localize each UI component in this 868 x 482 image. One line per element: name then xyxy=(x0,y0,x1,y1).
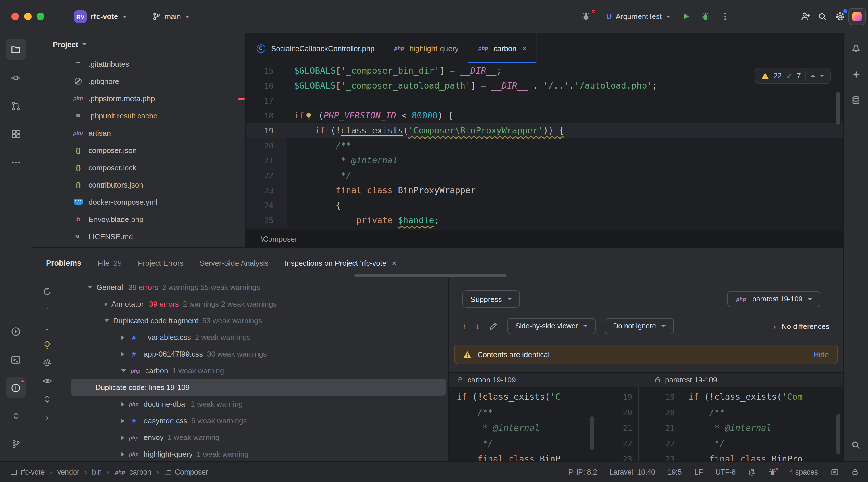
editor-tab[interactable]: phphighlight-query xyxy=(384,33,468,63)
ai-assistant-toolwindow-button[interactable] xyxy=(847,65,865,83)
file-encoding[interactable]: UTF-8 xyxy=(715,468,736,476)
problem-tree-row[interactable]: Duplicated code fragment53 weak warnings xyxy=(62,312,448,329)
line-number[interactable]: 16 xyxy=(246,78,287,93)
breadcrumb-item[interactable]: Composer xyxy=(164,468,208,476)
line-number[interactable]: 24 xyxy=(246,198,287,213)
preview-eye-icon[interactable] xyxy=(42,376,52,386)
diff-left-scrollbar[interactable] xyxy=(590,417,594,450)
find-toolwindow-button[interactable] xyxy=(847,436,865,454)
database-toolwindow-button[interactable] xyxy=(847,91,865,109)
tabs-scrollbar[interactable] xyxy=(354,274,507,277)
line-number[interactable]: 19 xyxy=(246,123,287,138)
project-file-row[interactable]: ≡.phpunit.result.cache xyxy=(32,107,245,124)
project-file-row[interactable]: {}composer.json xyxy=(32,141,245,159)
more-run-options-icon[interactable] xyxy=(716,8,734,25)
chevron-right-icon[interactable]: › xyxy=(46,413,49,422)
editor-scrollbar[interactable] xyxy=(836,92,840,124)
version-control-toolwindow-button[interactable] xyxy=(5,434,26,454)
terminal-toolwindow-button[interactable] xyxy=(5,349,26,370)
problem-tree-row[interactable]: Annotator39 errors2 warnings 2 weak warn… xyxy=(62,295,448,312)
search-everywhere-icon[interactable] xyxy=(814,8,831,25)
line-number[interactable]: 20 xyxy=(246,138,287,153)
pull-requests-toolwindow-button[interactable] xyxy=(5,95,26,116)
debug-restart-icon[interactable]: × xyxy=(578,8,595,25)
settings-gear-icon[interactable] xyxy=(831,8,848,25)
next-problem-icon[interactable] xyxy=(820,75,824,77)
previous-difference-icon[interactable]: ↑ xyxy=(462,321,466,331)
services-toolwindow-button[interactable] xyxy=(5,405,26,426)
project-file-row[interactable]: {}composer.lock xyxy=(32,159,245,176)
diff-left-pane[interactable]: if (!class_exists('C /** * @internal */ … xyxy=(448,387,638,461)
line-number[interactable]: 18 xyxy=(246,108,287,123)
previous-problem-icon[interactable] xyxy=(811,75,815,77)
scope-selector-dropdown[interactable]: php paratest 19-109 xyxy=(727,291,820,307)
run-button[interactable] xyxy=(677,8,694,25)
refresh-icon[interactable] xyxy=(42,287,52,296)
project-file-row[interactable]: M↓LICENSE.md xyxy=(32,228,245,245)
editor[interactable]: 15$GLOBALS['_composer_bin_dir'] = __DIR_… xyxy=(246,63,843,230)
next-difference-icon[interactable]: ↓ xyxy=(476,321,480,331)
ai-assistant-button[interactable] xyxy=(848,8,866,25)
line-number[interactable]: 21 xyxy=(246,153,287,168)
intention-bulb-icon[interactable] xyxy=(305,112,312,120)
problems-toolwindow-button[interactable] xyxy=(5,377,26,398)
problem-tree-row[interactable]: General39 errors2 warnings 55 weak warni… xyxy=(62,279,448,295)
editor-tab[interactable]: CSocialiteCallbackController.php xyxy=(246,33,384,63)
chevron-right-icon[interactable]: › xyxy=(773,321,776,331)
settings-gear-icon[interactable] xyxy=(42,358,52,368)
viewer-mode-dropdown[interactable]: Side-by-side viewer xyxy=(507,318,596,334)
breadcrumb-item[interactable]: rfc-vote xyxy=(10,468,44,476)
project-widget[interactable]: RV rfc-vote xyxy=(69,7,131,26)
project-file-row[interactable]: ≡.gitattributes xyxy=(32,55,245,73)
caret-position[interactable]: 19:5 xyxy=(668,468,682,476)
problem-tree-row[interactable]: #easymde.css6 weak warnings xyxy=(62,413,448,429)
line-number[interactable]: 15 xyxy=(246,63,287,78)
line-number[interactable]: 25 xyxy=(246,213,287,228)
editor-tab[interactable]: phpcarbon× xyxy=(468,33,536,63)
run-toolwindow-button[interactable] xyxy=(5,321,26,342)
close-tab-icon[interactable]: × xyxy=(522,44,527,53)
vcs-branch-widget[interactable]: main xyxy=(147,9,194,24)
edit-pencil-icon[interactable] xyxy=(489,321,498,331)
project-file-row[interactable]: php.phpstorm.meta.php xyxy=(32,90,245,107)
previous-item-icon[interactable]: ↑ xyxy=(45,305,49,314)
problem-tree-row[interactable]: phphighlight-query1 weak warning xyxy=(62,446,448,461)
run-configuration-selector[interactable]: U ArgumentTest xyxy=(602,9,675,24)
breadcrumb-item[interactable]: vendor xyxy=(57,468,79,476)
project-file-row[interactable]: docker-compose.yml xyxy=(32,193,245,210)
laravel-version[interactable]: Laravel: 10.40 xyxy=(610,468,655,476)
line-number[interactable]: 22 xyxy=(246,168,287,183)
problem-tree-row[interactable]: #app-06147f99.css30 weak warnings xyxy=(62,346,448,362)
project-file-row[interactable]: {}contributors.json xyxy=(32,176,245,193)
indent-setting[interactable]: 4 spaces xyxy=(789,468,818,476)
commit-toolwindow-button[interactable] xyxy=(5,67,26,88)
editor-breadcrumb[interactable]: \Composer xyxy=(246,230,843,247)
structure-toolwindow-button[interactable] xyxy=(5,124,26,144)
project-toolwindow-button[interactable] xyxy=(5,39,26,60)
problem-tree-row[interactable]: #_variables.css2 weak warnings xyxy=(62,329,448,346)
inspections-widget[interactable]: 22 ✓ 7 xyxy=(754,68,831,84)
quickfix-bulb-icon[interactable] xyxy=(42,341,52,350)
readonly-lock-icon[interactable] xyxy=(851,468,859,476)
ignore-policy-dropdown[interactable]: Do not ignore xyxy=(605,318,674,334)
problem-tree-row[interactable]: Duplicate code: lines 19-109 xyxy=(71,379,446,396)
zoom-window-button[interactable] xyxy=(37,13,44,20)
indent-guides-icon[interactable] xyxy=(831,468,839,476)
line-separator[interactable]: LF xyxy=(694,468,703,476)
diff-right-scrollbar[interactable] xyxy=(836,414,840,454)
more-toolwindows-icon[interactable] xyxy=(5,152,26,173)
project-panel-header[interactable]: Project xyxy=(32,33,245,55)
close-tab-icon[interactable]: × xyxy=(392,259,396,267)
code-with-me-icon[interactable] xyxy=(797,8,814,25)
project-file-row[interactable]: phpartisan xyxy=(32,124,245,141)
debug-button[interactable] xyxy=(697,8,714,25)
breadcrumb-item[interactable]: phpcarbon xyxy=(114,468,151,476)
problems-tab[interactable]: Inspections on Project 'rfc-vote'× xyxy=(285,259,396,267)
next-item-icon[interactable]: ↓ xyxy=(45,323,49,332)
line-number[interactable]: 17 xyxy=(246,93,287,108)
problems-tab[interactable]: Server-Side Analysis xyxy=(199,259,269,267)
problem-tree-row[interactable]: phpdoctrine-dbal1 weak warning xyxy=(62,396,448,413)
project-file-row[interactable]: .gitignore xyxy=(32,73,245,90)
problems-tab[interactable]: File29 xyxy=(97,259,122,267)
annotations-icon[interactable]: @ xyxy=(748,467,756,476)
